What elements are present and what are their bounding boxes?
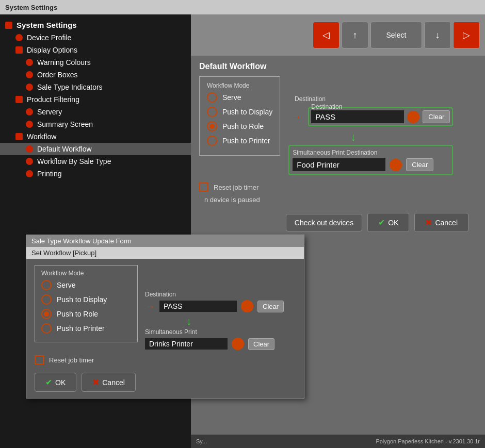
up-button[interactable]: ↑ (342, 22, 368, 48)
sidebar-item-device-profile[interactable]: Device Profile (0, 31, 191, 44)
popup-simul-input[interactable] (145, 338, 228, 350)
sidebar-item-display-options[interactable]: Display Options (0, 44, 191, 56)
popup-simul-clear-btn[interactable]: Clear (248, 338, 274, 350)
cancel-button[interactable]: ✖ Cancel (414, 213, 468, 232)
sidebar-label-workflow: Workflow (27, 132, 56, 141)
popup-radio-push-to-display[interactable] (41, 294, 52, 305)
select-label: Select (386, 31, 407, 39)
sidebar-item-printing[interactable]: Printing (0, 168, 191, 180)
popup-reset-checkbox[interactable] (35, 355, 44, 364)
sidebar-label-display-options: Display Options (27, 46, 77, 54)
square-icon (15, 133, 23, 140)
sidebar-item-order-boxes[interactable]: Order Boxes (0, 69, 191, 81)
destination-section: → Destination Clear ↓ (288, 107, 453, 175)
popup-workflow-label: Workflow Mode (41, 270, 131, 277)
sidebar-item-summary-screen[interactable]: Summary Screen (0, 118, 191, 130)
dot-icon (26, 158, 33, 165)
forward-icon: ▷ (463, 29, 470, 41)
radio-push-to-printer[interactable] (207, 136, 217, 146)
sidebar-item-workflow[interactable]: Workflow (0, 130, 191, 143)
sidebar-item-workflow-by-sale-type[interactable]: Workflow By Sale Type (0, 155, 191, 168)
dot-icon (26, 71, 33, 78)
popup-dest-circle-btn[interactable] (241, 300, 253, 312)
checkout-devices-button[interactable]: Check out devices (286, 214, 362, 231)
dot-icon (26, 170, 33, 177)
sidebar-label-servery: Servery (37, 108, 62, 116)
bottom-buttons: Check out devices ✔ OK ✖ Cancel (199, 208, 477, 237)
select-button[interactable]: Select (370, 22, 422, 48)
popup-label-push-to-role: Push to Role (57, 310, 98, 318)
popup-radio-row-push-to-role[interactable]: Push to Role (41, 309, 131, 319)
ok-label: OK (388, 219, 398, 227)
popup-simul-circle-btn[interactable] (232, 338, 244, 350)
sidebar-item-warning-colours[interactable]: Warning Colours (0, 56, 191, 69)
popup-label-push-to-display: Push to Display (57, 295, 107, 304)
popup-dest-row: → Clear (145, 300, 284, 312)
simul-print-input[interactable] (293, 158, 385, 171)
popup-check-icon: ✔ (45, 377, 52, 387)
sidebar-label-device-profile: Device Profile (27, 34, 71, 42)
simul-clear-button[interactable]: Clear (406, 158, 433, 171)
back-button[interactable]: ◁ (313, 22, 340, 48)
popup-dest-clear-btn[interactable]: Clear (257, 301, 284, 312)
popup-destination-input[interactable] (159, 301, 237, 312)
status-right: Polygon Paperless Kitchen - v.2301.30.1r (376, 438, 480, 444)
down-button[interactable]: ↓ (424, 22, 451, 48)
popup-cancel-button[interactable]: ✖ Cancel (82, 373, 136, 392)
radio-row-push-to-display[interactable]: Push to Display (207, 107, 272, 117)
check-icon: ✔ (378, 218, 385, 227)
sidebar-item-default-workflow[interactable]: Default Workflow (0, 143, 191, 155)
workflow-mode-box: Workflow Mode Serve Push to Display (199, 76, 280, 156)
dot-icon (15, 34, 23, 41)
sidebar-label-summary-screen: Summary Screen (37, 120, 93, 128)
reset-job-timer-checkbox[interactable] (199, 182, 208, 192)
radio-push-to-display[interactable] (207, 107, 217, 117)
popup-radio-row-push-to-printer[interactable]: Push to Printer (41, 323, 131, 334)
sidebar-label-order-boxes: Order Boxes (37, 71, 78, 79)
simul-print-box: Simultaneous Print Destination Clear (288, 145, 453, 175)
sidebar-item-system-settings[interactable]: System Settings (0, 19, 191, 31)
dot-icon (26, 121, 33, 128)
sidebar-item-sale-type-indicators[interactable]: Sale Type Indicators (0, 81, 191, 93)
radio-push-to-role[interactable] (207, 121, 217, 131)
simul-clear-circle-btn[interactable] (390, 159, 402, 171)
forward-button[interactable]: ▷ (453, 22, 480, 48)
destination-clear-circle-btn[interactable] (407, 111, 419, 123)
popup-radio-row-serve[interactable]: Serve (41, 280, 131, 290)
popup-simul-row: Clear (145, 338, 284, 350)
arrow-down-green: ↓ (350, 130, 453, 144)
title-bar-label: System Settings (5, 4, 57, 11)
ok-button[interactable]: ✔ OK (367, 213, 409, 232)
dest-label: Destination (311, 103, 342, 110)
sidebar-label-printing: Printing (37, 170, 61, 178)
square-icon (5, 22, 12, 29)
reset-job-timer-row: Reset job timer (199, 182, 477, 192)
popup-ok-button[interactable]: ✔ OK (35, 373, 76, 392)
status-left: Sy... (196, 438, 207, 444)
sidebar-label-workflow-by-sale-type: Workflow By Sale Type (37, 157, 111, 165)
sidebar-item-product-filtering[interactable]: Product Filtering (0, 93, 191, 106)
radio-row-serve[interactable]: Serve (207, 92, 272, 103)
square-icon (15, 96, 23, 103)
destination-input[interactable] (311, 110, 404, 123)
back-icon: ◁ (322, 29, 330, 41)
popup-cancel-label: Cancel (102, 378, 125, 387)
popup-body: Workflow Mode Serve Push to Display Push… (26, 259, 304, 398)
destination-clear-button[interactable]: Clear (423, 110, 450, 123)
toolbar: ◁ ↑ Select ↓ ▷ (191, 14, 485, 56)
radio-row-push-to-role[interactable]: Push to Role (207, 121, 272, 131)
sidebar-label-default-workflow: Default Workflow (37, 145, 92, 153)
popup-radio-serve[interactable] (41, 280, 52, 290)
popup-main-row: Workflow Mode Serve Push to Display Push… (35, 265, 296, 350)
sidebar-item-servery[interactable]: Servery (0, 106, 191, 118)
popup-dest-label: Destination (145, 291, 284, 298)
popup-radio-push-to-printer[interactable] (41, 323, 52, 334)
popup-radio-push-to-role[interactable] (41, 309, 52, 319)
radio-serve[interactable] (207, 92, 217, 103)
popup-radio-row-push-to-display[interactable]: Push to Display (41, 294, 131, 305)
radio-row-push-to-printer[interactable]: Push to Printer (207, 136, 272, 146)
x-icon: ✖ (425, 218, 432, 227)
pause-notice: n device is paused (199, 196, 477, 204)
popup-arrow-down-icon: ↓ (186, 316, 284, 327)
dot-icon (26, 145, 33, 153)
